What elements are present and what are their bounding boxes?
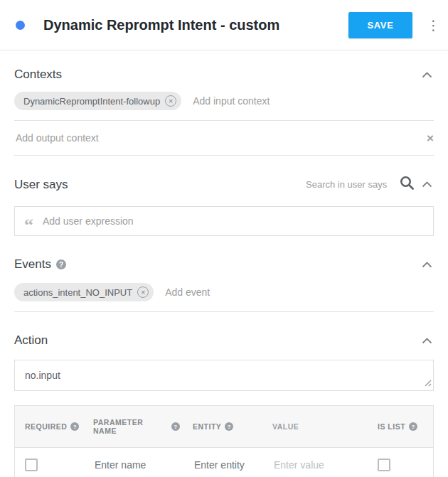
col-is-list-label: IS LIST [378,422,405,431]
user-says-section: User says “ [0,176,448,236]
col-entity: ENTITY ? [183,410,262,443]
events-section: Events ? actions_intent_NO_INPUT × [0,257,448,312]
col-parameter-name: PARAMETER NAME ? [83,406,183,447]
is-list-checkbox[interactable] [378,459,390,471]
parameters-table-header: REQUIRED ? PARAMETER NAME ? ENTITY ? VAL… [15,406,433,448]
col-is-list: IS LIST ? [368,410,433,443]
value-input[interactable] [272,459,365,471]
kebab-menu-icon[interactable]: ⋮ [427,17,437,33]
user-expression-box: “ [14,206,434,236]
col-entity-label: ENTITY [193,422,221,431]
user-says-heading: User says [14,178,68,192]
contexts-section: Contexts DynamicRepromptIntent-followup … [0,68,448,156]
intent-header: Dynamic Reprompt Intent - custom SAVE ⋮ [0,0,448,50]
clear-output-context-icon[interactable]: × [427,132,434,144]
user-says-search [304,176,415,193]
output-contexts-row: × [14,121,434,156]
intent-status-dot [16,21,25,30]
input-contexts-row: DynamicRepromptIntent-followup × [14,92,434,121]
parameter-row [15,448,433,477]
required-help-icon[interactable]: ? [70,422,79,431]
col-value-label: VALUE [272,422,299,431]
is-list-help-icon[interactable]: ? [409,422,417,431]
collapse-events-icon[interactable] [420,260,434,269]
search-icon[interactable] [400,176,415,193]
action-section: Action no.input [0,333,448,391]
input-context-chip: DynamicRepromptIntent-followup × [14,92,181,110]
events-chips-row: actions_intent_NO_INPUT × [14,283,434,312]
page-title: Dynamic Reprompt Intent - custom [43,17,348,33]
event-chip-label: actions_intent_NO_INPUT [23,287,132,298]
parameter-name-help-icon[interactable]: ? [171,422,180,431]
col-required: REQUIRED ? [15,410,83,443]
events-heading: Events [14,257,51,272]
save-button[interactable]: SAVE [348,12,412,38]
parameter-name-input[interactable] [93,459,180,471]
col-parameter-name-label: PARAMETER NAME [93,418,168,435]
col-value: VALUE [262,410,368,443]
add-input-context-field[interactable] [191,95,434,107]
entity-help-icon[interactable]: ? [225,422,233,431]
remove-input-context-icon[interactable]: × [165,95,176,107]
input-context-chip-label: DynamicRepromptIntent-followup [23,96,160,107]
collapse-user-says-icon[interactable] [420,180,434,189]
collapse-contexts-icon[interactable] [420,70,434,80]
action-name-value: no.input [25,370,60,381]
add-output-context-field[interactable] [14,132,427,144]
action-heading: Action [14,333,48,348]
contexts-heading: Contexts [14,68,62,82]
required-checkbox[interactable] [25,459,38,471]
search-input[interactable] [304,178,398,191]
action-name-field[interactable]: no.input [14,360,434,391]
event-chip: actions_intent_NO_INPUT × [14,283,154,301]
remove-event-icon[interactable]: × [137,286,149,298]
collapse-action-icon[interactable] [420,336,434,345]
col-required-label: REQUIRED [25,422,67,431]
add-user-expression-field[interactable] [41,215,424,227]
parameters-table: REQUIRED ? PARAMETER NAME ? ENTITY ? VAL… [14,405,434,477]
entity-input[interactable] [193,459,260,471]
resize-handle-icon[interactable] [424,377,432,389]
events-help-icon[interactable]: ? [56,259,66,269]
add-event-field[interactable] [164,286,434,299]
